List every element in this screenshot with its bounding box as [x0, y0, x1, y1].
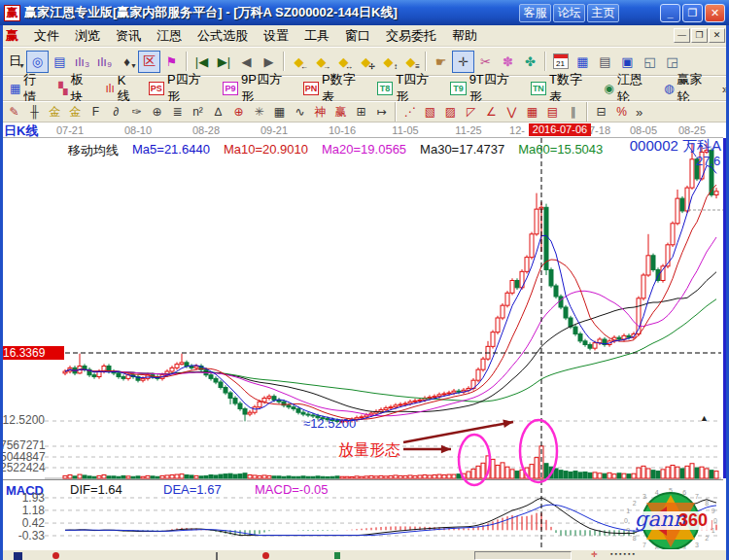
window-title: 赢家江恩专业版[赢家内部服务平台] - [万科A SZ000002-144日K线… — [24, 4, 517, 21]
star-tool-icon[interactable]: ✳ — [249, 103, 269, 122]
menu-item-公式选股[interactable]: 公式选股 — [190, 25, 256, 47]
quick-button-0[interactable]: 客服 — [519, 4, 551, 22]
gold-gann-2-glyph: 金 — [70, 104, 82, 121]
box-red-icon[interactable]: ▨ — [440, 103, 461, 122]
percent-red-glyph: % — [616, 105, 627, 119]
svg-text:1: 1 — [626, 508, 630, 514]
svg-text:0: 0 — [713, 517, 717, 524]
p-table-badge-icon: PN — [303, 82, 319, 95]
menu-item-工具[interactable]: 工具 — [296, 25, 337, 47]
svg-text:0: 0 — [624, 517, 628, 524]
menu-item-江恩[interactable]: 江恩 — [149, 25, 190, 47]
save-glyph: ▣ — [621, 54, 633, 69]
fan-red-icon[interactable]: ⋰ — [399, 103, 420, 122]
grid-box-icon[interactable]: ▦ — [269, 103, 290, 122]
fibonacci-f-icon[interactable]: F — [86, 103, 106, 122]
mdi-minimize-button[interactable]: — — [674, 28, 690, 43]
svg-text:1: 1 — [712, 527, 715, 534]
n-square-icon[interactable]: n² — [188, 103, 208, 122]
t-square-badge-icon: T8 — [377, 82, 393, 95]
x-tick-08-25: 08-25 — [676, 124, 709, 136]
svg-text:7: 7 — [642, 542, 646, 548]
angle-tool-icon[interactable]: ∆ — [208, 103, 228, 122]
circle-tool-icon[interactable]: ⊕ — [147, 103, 167, 122]
grid2-red-glyph: ▤ — [547, 105, 558, 119]
first-page-glyph: |◀ — [195, 54, 208, 69]
minimize-button[interactable]: _ — [660, 4, 680, 22]
ying-tool-icon[interactable]: 赢 — [330, 103, 351, 122]
menu-item-窗口[interactable]: 窗口 — [337, 25, 378, 47]
slash-tool-glyph: ∥ — [571, 105, 576, 119]
window-controls: _ ❐ ✕ — [660, 4, 725, 22]
toolbar-more-chevron[interactable]: » — [636, 105, 642, 120]
triangle-red-icon[interactable]: ◸ — [461, 103, 481, 122]
volume-scale-label: 2522424 — [0, 461, 45, 474]
toolbar-separator — [395, 102, 397, 122]
menu-item-交易委托[interactable]: 交易委托 — [378, 25, 444, 47]
export-glyph: ◱ — [643, 54, 655, 69]
kline-icon: ılı — [105, 82, 114, 95]
dropdown-arrow-icon: ▼ — [18, 62, 25, 69]
v-red-glyph: ⋁ — [507, 105, 517, 119]
svg-text:9: 9 — [626, 527, 630, 534]
ma-value-1: Ma10=20.9010 — [224, 142, 308, 159]
menu-item-帮助[interactable]: 帮助 — [444, 25, 485, 47]
menu-item-资讯[interactable]: 资讯 — [108, 25, 149, 47]
zoom-area-glyph: ◎ — [32, 54, 43, 69]
menu-bar: 赢 文件浏览资讯江恩公式选股设置工具窗口交易委托帮助 —❐✕ — [0, 25, 729, 47]
grid-tool-icon[interactable]: ╫ — [24, 103, 45, 122]
mdi-restore-button[interactable]: ❐ — [691, 28, 708, 43]
menu-item-浏览[interactable]: 浏览 — [67, 25, 108, 47]
status-panel — [474, 551, 572, 560]
shen-tool-icon[interactable]: 神 — [310, 103, 330, 122]
ma-value-3: Ma30=17.4737 — [420, 142, 504, 159]
grid-tool-glyph: ╫ — [30, 105, 39, 119]
ruler-icon[interactable]: ≣ — [167, 103, 188, 122]
status-icon — [262, 552, 269, 559]
angle-red-icon[interactable]: ∠ — [481, 103, 502, 122]
titlebar-quick-buttons: 客服论坛主页 — [517, 4, 619, 22]
ruler-glyph: ≣ — [172, 105, 182, 119]
percent-red-icon[interactable]: % — [611, 103, 632, 122]
x-tick-09-21: 09-21 — [258, 124, 291, 136]
wave-tool-icon[interactable]: ∿ — [290, 103, 310, 122]
v-red-icon[interactable]: ⋁ — [502, 103, 522, 122]
toolbar-views: ▦行情▚板块ılıK线PSP四方形P99P四方形PNP数字表T8T四方形T99T… — [0, 76, 729, 101]
mdi-close-button[interactable]: ✕ — [709, 28, 725, 43]
stats-tool-icon[interactable]: ⊟ — [591, 103, 611, 122]
maximize-button[interactable]: ❐ — [682, 4, 703, 22]
pen-wave-icon[interactable]: ✑ — [126, 103, 147, 122]
svg-text:3: 3 — [642, 493, 646, 500]
grid-red-icon[interactable]: ▦ — [522, 103, 542, 122]
grid2-red-icon[interactable]: ▤ — [542, 103, 563, 122]
window-border-left — [0, 25, 3, 560]
target-red-icon[interactable]: ⊕ — [228, 103, 249, 122]
gold-gann-2-icon[interactable]: 金 — [65, 103, 86, 122]
menu-item-文件[interactable]: 文件 — [26, 25, 67, 47]
x-tick-08-05: 08-05 — [627, 124, 660, 136]
next-page-glyph: ▶ — [264, 54, 274, 69]
slash-tool-icon[interactable]: ∥ — [563, 103, 583, 122]
quick-button-1[interactable]: 论坛 — [553, 4, 585, 22]
fibonacci-f-glyph: F — [92, 105, 99, 119]
gold-gann-1-glyph: 金 — [50, 104, 61, 121]
menu-item-设置[interactable]: 设置 — [256, 25, 296, 47]
candle-compress-icon[interactable]: ♦▼ — [116, 51, 138, 73]
count-ruler-icon[interactable]: ⊞ — [351, 103, 371, 122]
clover-tool-glyph: ✤ — [525, 54, 536, 69]
toolbar-separator — [186, 52, 188, 71]
9p-square-badge-icon: P9 — [223, 82, 238, 95]
gold-gann-1-icon[interactable]: 金 — [45, 103, 65, 122]
quick-button-2[interactable]: 主页 — [587, 4, 619, 22]
channel-red-icon[interactable]: ▧ — [420, 103, 440, 122]
chart-area[interactable]: 日K线 07-2108-1008-2809-2110-1611-0511-251… — [0, 122, 729, 549]
cut-tool-glyph: ✂ — [480, 54, 491, 69]
x-tick-10-16: 10-16 — [326, 124, 359, 136]
prev-page-glyph: ◀ — [242, 54, 252, 69]
close-button[interactable]: ✕ — [705, 4, 725, 22]
restore-view-glyph: 区 — [143, 52, 156, 70]
last-price-label: 27.6 — [696, 154, 720, 168]
spiral-icon[interactable]: ∂ — [106, 103, 126, 122]
pencil-icon[interactable]: ✎ — [4, 103, 24, 122]
measure-icon[interactable]: ↦ — [371, 103, 392, 122]
